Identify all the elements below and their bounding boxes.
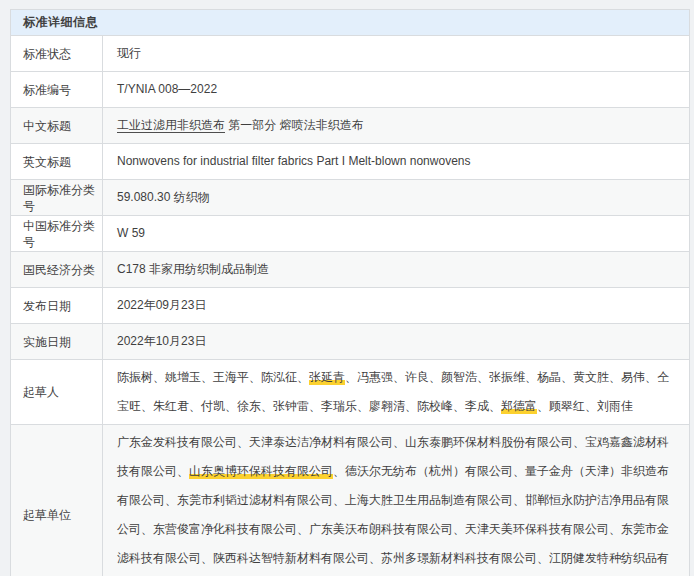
row-label: 英文标题 — [11, 144, 103, 180]
value-text: Nonwovens for industrial filter fabrics … — [117, 154, 470, 168]
standard-info-table: 标准详细信息 标准状态现行标准编号T/YNIA 008—2022中文标题工业过滤… — [10, 9, 690, 576]
table-row: 国际标准分类号59.080.30 纺织物 — [11, 180, 690, 216]
table-row: 实施日期2022年10月23日 — [11, 324, 690, 360]
highlight-yellow-annotation: 山东奥博环保科技有限公司 — [189, 464, 333, 479]
row-label: 国际标准分类号 — [11, 180, 103, 216]
table-title: 标准详细信息 — [11, 10, 690, 36]
value-text: 陈振树、姚增玉、王海平、陈泓征、 — [117, 370, 309, 384]
table-row: 标准编号T/YNIA 008—2022 — [11, 72, 690, 108]
value-text: 、顾翠红、刘雨佳 — [537, 399, 633, 413]
table-row: 中文标题工业过滤用非织造布 第一部分 熔喷法非织造布 — [11, 108, 690, 144]
row-value: 广东金发科技有限公司、天津泰达洁净材料有限公司、山东泰鹏环保材料股份有限公司、宝… — [103, 425, 690, 576]
row-value: 2022年10月23日 — [103, 324, 690, 360]
row-label: 发布日期 — [11, 288, 103, 324]
table-row: 起草人陈振树、姚增玉、王海平、陈泓征、张延青、冯惠强、许良、颜智浩、张振维、杨晶… — [11, 360, 690, 425]
highlight-yellow-annotation: 张延青 — [309, 370, 345, 385]
value-text: 2022年10月23日 — [117, 334, 206, 348]
table-header-row: 标准详细信息 — [11, 10, 690, 36]
row-label: 标准编号 — [11, 72, 103, 108]
row-value: 陈振树、姚增玉、王海平、陈泓征、张延青、冯惠强、许良、颜智浩、张振维、杨晶、黄文… — [103, 360, 690, 425]
value-text: 现行 — [117, 46, 141, 60]
row-value: T/YNIA 008—2022 — [103, 72, 690, 108]
page: 标准详细信息 标准状态现行标准编号T/YNIA 008—2022中文标题工业过滤… — [0, 0, 694, 576]
table-row: 中国标准分类号W 59 — [11, 216, 690, 252]
table-row: 英文标题Nonwovens for industrial filter fabr… — [11, 144, 690, 180]
row-value: 工业过滤用非织造布 第一部分 熔喷法非织造布 — [103, 108, 690, 144]
row-label: 国民经济分类 — [11, 252, 103, 288]
highlight-yellow-annotation: 郑德富 — [501, 399, 537, 414]
value-text: W 59 — [117, 226, 145, 240]
value-text: C178 非家用纺织制成品制造 — [117, 262, 269, 276]
value-text: 2022年09月23日 — [117, 298, 206, 312]
row-label: 中国标准分类号 — [11, 216, 103, 252]
row-label: 实施日期 — [11, 324, 103, 360]
row-value: 59.080.30 纺织物 — [103, 180, 690, 216]
table-row: 起草单位广东金发科技有限公司、天津泰达洁净材料有限公司、山东泰鹏环保材料股份有限… — [11, 425, 690, 576]
row-value: C178 非家用纺织制成品制造 — [103, 252, 690, 288]
row-value: 现行 — [103, 36, 690, 72]
row-value: 2022年09月23日 — [103, 288, 690, 324]
table-row: 国民经济分类C178 非家用纺织制成品制造 — [11, 252, 690, 288]
row-value: W 59 — [103, 216, 690, 252]
value-text: 59.080.30 纺织物 — [117, 190, 210, 204]
table-row: 标准状态现行 — [11, 36, 690, 72]
row-label: 起草单位 — [11, 425, 103, 576]
row-label: 标准状态 — [11, 36, 103, 72]
table-row: 发布日期2022年09月23日 — [11, 288, 690, 324]
row-label: 中文标题 — [11, 108, 103, 144]
value-text: 、德沃尔无纺布（杭州）有限公司、量子金舟（天津）非织造布有限公司、东莞市利韬过滤… — [117, 464, 669, 576]
row-label: 起草人 — [11, 360, 103, 425]
row-value: Nonwovens for industrial filter fabrics … — [103, 144, 690, 180]
underline-dark-annotation: 工业过滤用非织造布 — [117, 118, 225, 133]
table-body: 标准状态现行标准编号T/YNIA 008—2022中文标题工业过滤用非织造布 第… — [11, 36, 690, 576]
value-text: T/YNIA 008—2022 — [117, 82, 217, 96]
value-text: 第一部分 熔喷法非织造布 — [225, 118, 364, 132]
